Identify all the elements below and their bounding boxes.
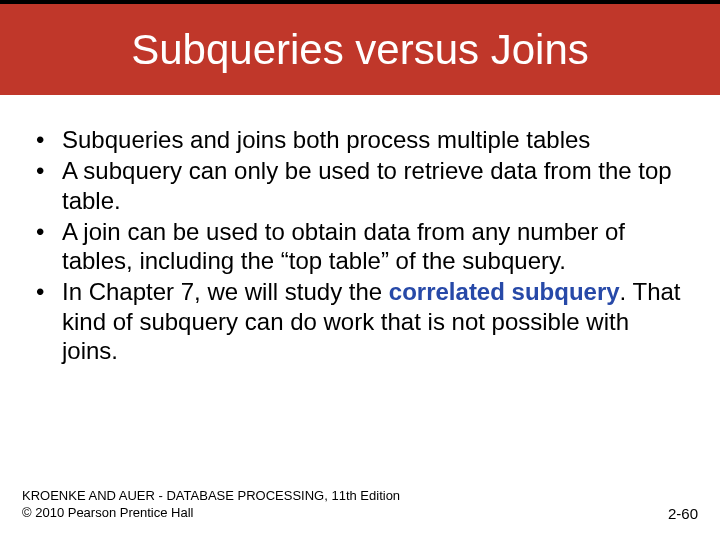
footer-copyright: © 2010 Pearson Prentice Hall	[22, 504, 400, 522]
slide-footer: KROENKE AND AUER - DATABASE PROCESSING, …	[22, 487, 698, 522]
list-item: A join can be used to obtain data from a…	[30, 217, 690, 276]
footer-book-info: KROENKE AND AUER - DATABASE PROCESSING, …	[22, 487, 400, 505]
slide-content: Subqueries and joins both process multip…	[0, 95, 720, 365]
list-item: Subqueries and joins both process multip…	[30, 125, 690, 154]
page-number: 2-60	[668, 505, 698, 522]
list-item: A subquery can only be used to retrieve …	[30, 156, 690, 215]
slide-title: Subqueries versus Joins	[131, 26, 589, 74]
bullet-text: Subqueries and joins both process multip…	[62, 126, 590, 153]
bullet-text: A join can be used to obtain data from a…	[62, 218, 625, 274]
bullet-bold: correlated subquery	[389, 278, 620, 305]
list-item: In Chapter 7, we will study the correlat…	[30, 277, 690, 365]
title-bar: Subqueries versus Joins	[0, 0, 720, 95]
bullet-text: A subquery can only be used to retrieve …	[62, 157, 672, 213]
bullet-text: In Chapter 7, we will study the	[62, 278, 389, 305]
footer-left: KROENKE AND AUER - DATABASE PROCESSING, …	[22, 487, 400, 522]
bullet-list: Subqueries and joins both process multip…	[30, 125, 690, 365]
